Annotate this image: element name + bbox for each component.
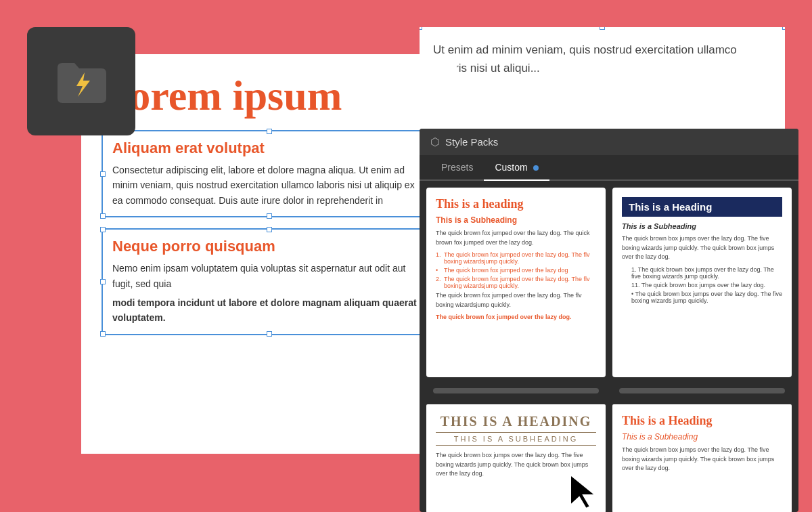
style-card-1[interactable]: This is a heading This is a Subheading T… xyxy=(426,188,606,377)
style-packs-icon: ⬡ xyxy=(430,135,440,148)
card3-heading: THIS IS A HEADING xyxy=(436,414,596,429)
s2-handle-ml xyxy=(100,279,106,284)
card1-bold: The quick brown fox jumped over the lazy… xyxy=(436,314,596,320)
card1-subheading: This is a Subheading xyxy=(436,215,596,225)
card2-list-3: • The quick brown box jumps over the laz… xyxy=(622,291,782,304)
card2-list-2: 11. The quick brown box jumps over the l… xyxy=(622,282,782,289)
fragment-text: Ut enim ad minim veniam, quis nostrud ex… xyxy=(433,41,771,77)
tab-presets-label: Presets xyxy=(441,162,473,173)
section2-bold: modi tempora incidunt ut labore et dolor… xyxy=(112,295,426,326)
style-card-4[interactable]: This is a Heading This is a Subheading T… xyxy=(612,404,792,512)
card2-heading: This is a Heading xyxy=(622,197,782,217)
card4-body: The quick brown box jumps over the lazy … xyxy=(622,446,782,473)
doc-section-1: Aliquam erat volutpat Consectetur adipis… xyxy=(102,130,436,217)
card1-list-3: The quick brown fox jumped over the lazy… xyxy=(436,276,596,289)
tab-custom-dot xyxy=(533,165,539,171)
section2-heading: Neque porro quisquam xyxy=(112,238,426,255)
card1-heading: This is a heading xyxy=(436,197,596,211)
card2-list-1: 1. The quick brown box jumps over the la… xyxy=(622,266,782,280)
doc-panel: Lorem ipsum Aliquam erat volutpat Consec… xyxy=(81,54,457,454)
bottom-cards-row: THIS IS A HEADING THIS IS A SUBHEADING T… xyxy=(420,404,798,512)
style-cards-area: This is a heading This is a Subheading T… xyxy=(420,181,798,377)
s1-handle-ml xyxy=(100,171,106,177)
svg-marker-0 xyxy=(570,475,595,509)
style-panel-title: Style Packs xyxy=(445,136,498,148)
app-icon xyxy=(27,27,135,135)
card3-subheading: THIS IS A SUBHEADING xyxy=(436,432,596,446)
card1-list-2: The quick brown fox jumped over the lazy… xyxy=(436,267,596,274)
tab-custom[interactable]: Custom xyxy=(484,155,549,181)
handle-tr xyxy=(782,27,785,30)
s1-handle-bl xyxy=(100,213,106,219)
scroll-bar-left[interactable] xyxy=(433,388,599,393)
doc-title: Lorem ipsum xyxy=(102,74,436,116)
card1-list-4: The quick brown fox jumped over the lazy… xyxy=(436,291,596,310)
style-panel-header: ⬡ Style Packs xyxy=(420,129,798,155)
handle-tm xyxy=(600,27,605,30)
top-doc-fragment: Ut enim ad minim veniam, quis nostrud ex… xyxy=(420,27,785,132)
doc-section-2: Neque porro quisquam Nemo enim ipsam vol… xyxy=(102,228,436,335)
card1-list-1: The quick brown fox jumped over the lazy… xyxy=(436,251,596,265)
scroll-bars-row xyxy=(420,377,798,404)
section2-body: Nemo enim ipsam voluptatem quia voluptas… xyxy=(112,261,426,291)
s2-handle-tl xyxy=(100,227,106,232)
card4-subheading: This is a Subheading xyxy=(622,432,782,442)
s2-handle-bm xyxy=(267,331,272,337)
scroll-bar-right[interactable] xyxy=(619,388,785,393)
s2-handle-tm xyxy=(267,227,272,232)
tab-custom-label: Custom xyxy=(495,162,527,173)
tabs-bar: Presets Custom xyxy=(420,155,798,181)
card1-body: The quick brown fox jumped over the lazy… xyxy=(436,229,596,247)
s1-handle-bm xyxy=(267,213,272,219)
section1-body: Consectetur adipiscing elit, labore et d… xyxy=(112,163,426,208)
handle-tl xyxy=(420,27,422,30)
tab-presets[interactable]: Presets xyxy=(430,155,484,179)
section1-heading: Aliquam erat volutpat xyxy=(112,140,426,157)
s2-handle-bl xyxy=(100,331,106,337)
card4-heading: This is a Heading xyxy=(622,414,782,428)
style-card-2[interactable]: This is a Heading This is a Subheading T… xyxy=(612,188,792,377)
card2-subheading: This is a Subheading xyxy=(622,222,782,230)
card2-body: The quick brown box jumps over the lazy … xyxy=(622,234,782,262)
s1-handle-tm xyxy=(267,129,272,134)
style-panel: ⬡ Style Packs Presets Custom This is a h… xyxy=(420,129,798,512)
